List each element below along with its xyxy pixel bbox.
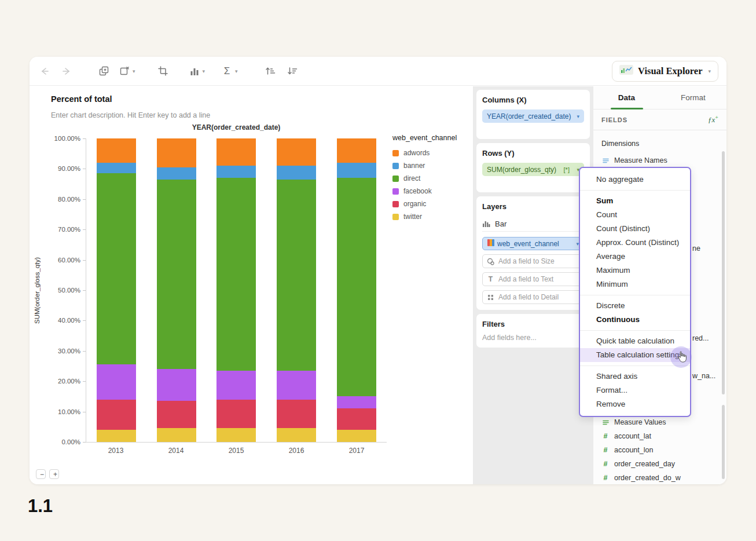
menu-item-sum[interactable]: Sum	[580, 194, 690, 208]
chart-title[interactable]: Percent of total	[51, 94, 112, 104]
measures-scrollbar[interactable]	[722, 405, 725, 479]
menu-item-no-aggregate[interactable]: No aggregate	[580, 173, 690, 187]
bar-segment-banner[interactable]	[337, 163, 376, 178]
bar-segment-organic[interactable]	[337, 408, 376, 430]
menu-item-count[interactable]: Count	[580, 208, 690, 222]
menu-item-maximum[interactable]: Maximum	[580, 264, 690, 277]
bar-segment-banner[interactable]	[277, 166, 316, 180]
menu-item-approx-count-distinct[interactable]: Approx. Count (Distinct)	[580, 236, 690, 250]
field-item-order-created-do-w[interactable]: #order_created_do_w	[601, 471, 721, 485]
field-peek: ne	[692, 244, 700, 253]
text-dropzone[interactable]: T Add a field to Text	[482, 272, 584, 286]
bar-segment-direct[interactable]	[157, 180, 196, 370]
field-item-measure-names[interactable]: Measure Names	[601, 153, 718, 167]
rows-pill[interactable]: SUM(order_gloss_qty) [*] ▾	[482, 163, 584, 176]
rows-pill-marker: [*]	[564, 166, 570, 173]
menu-item-discrete[interactable]: Discrete	[580, 299, 690, 313]
fields-header: FIELDS ƒx+	[593, 109, 726, 130]
bar-segment-facebook[interactable]	[216, 371, 256, 400]
bar-segment-twitter[interactable]	[216, 428, 256, 442]
bar-segment-organic[interactable]	[157, 401, 196, 428]
chart-type-caret-icon[interactable]: ▾	[203, 68, 205, 74]
rows-shelf-title: Rows (Y)	[482, 149, 584, 158]
zoom-in-button[interactable]: +	[49, 469, 59, 479]
legend-item-twitter[interactable]: twitter	[392, 213, 471, 221]
bar-2016	[277, 138, 316, 442]
layer-color-pill[interactable]: web_event_channel ▾	[482, 237, 584, 250]
menu-item-remove[interactable]: Remove	[580, 397, 690, 411]
y-tick-label: 30.00%	[58, 348, 80, 354]
workbook-switcher[interactable]: Visual Explorer ▾	[612, 61, 718, 82]
aggregate-caret-icon[interactable]: ▾	[235, 68, 238, 74]
menu-item-quick-table-calculation[interactable]: Quick table calculation	[580, 334, 690, 348]
legend-item-facebook[interactable]: facebook	[392, 187, 471, 195]
x-axis-ticks: 20132014201520162017	[86, 447, 387, 455]
bar-segment-organic[interactable]	[97, 400, 136, 430]
nav-forward-icon[interactable]	[60, 64, 74, 78]
bar-segment-direct[interactable]	[97, 173, 136, 364]
brand-caret-icon[interactable]: ▾	[708, 68, 711, 74]
legend-item-banner[interactable]: banner	[392, 162, 471, 170]
bar-segment-twitter[interactable]	[337, 430, 376, 442]
legend-swatch	[392, 163, 399, 169]
visual-explorer-logo-icon	[619, 65, 633, 77]
duplicate-viz-icon[interactable]	[97, 64, 111, 78]
menu-item-continuous[interactable]: Continuous	[580, 313, 690, 327]
legend-item-direct[interactable]: direct	[392, 174, 471, 182]
tab-format[interactable]: Format	[660, 86, 726, 109]
remove-viz-caret-icon[interactable]: ▾	[133, 68, 135, 74]
bar-segment-banner[interactable]	[97, 163, 136, 173]
bar-segment-facebook[interactable]	[277, 371, 316, 400]
bar-segment-twitter[interactable]	[157, 428, 196, 442]
bar-segment-facebook[interactable]	[337, 396, 376, 408]
tab-data[interactable]: Data	[593, 86, 660, 109]
columns-pill[interactable]: YEAR(order_created_date) ▾	[482, 109, 584, 123]
bar-segment-organic[interactable]	[277, 400, 316, 429]
aggregate-sigma-icon[interactable]: Σ	[220, 64, 234, 78]
bar-segment-adwords[interactable]	[157, 138, 196, 167]
number-field-icon: #	[601, 432, 610, 440]
sort-ascending-icon[interactable]	[263, 64, 277, 78]
bar-segment-direct[interactable]	[277, 180, 316, 371]
bar-segment-adwords[interactable]	[97, 138, 136, 163]
menu-item-minimum[interactable]: Minimum	[580, 277, 690, 291]
bar-segment-twitter[interactable]	[277, 428, 316, 442]
bar-segment-adwords[interactable]	[216, 138, 256, 166]
filters-shelf[interactable]: Filters Add fields here...	[476, 314, 590, 348]
bar-segment-adwords[interactable]	[277, 138, 316, 166]
bar-segment-adwords[interactable]	[337, 138, 376, 163]
field-item-account-lat[interactable]: #account_lat	[601, 429, 721, 443]
columns-pill-caret-icon[interactable]: ▾	[577, 114, 579, 119]
bar-segment-facebook[interactable]	[157, 369, 196, 401]
menu-item-average[interactable]: Average	[580, 250, 690, 264]
legend-item-adwords[interactable]: adwords	[392, 149, 471, 157]
legend-label: facebook	[403, 187, 432, 195]
field-item-account-lon[interactable]: #account_lon	[601, 443, 721, 457]
menu-item-format[interactable]: Format...	[580, 383, 690, 397]
bar-segment-organic[interactable]	[216, 400, 256, 429]
zoom-out-button[interactable]: −	[36, 469, 46, 479]
menu-item-shared-axis[interactable]: Shared axis	[580, 370, 690, 383]
menu-item-count-distinct[interactable]: Count (Distinct)	[580, 222, 690, 236]
swap-axes-icon[interactable]	[156, 64, 170, 78]
bar-segment-banner[interactable]	[157, 167, 196, 180]
bar-segment-banner[interactable]	[216, 166, 256, 178]
chart-type-icon[interactable]	[188, 64, 201, 78]
size-dropzone[interactable]: Add a field to Size	[482, 254, 584, 268]
brand-name: Visual Explorer	[638, 65, 702, 77]
bar-segment-twitter[interactable]	[97, 430, 136, 442]
bar-segment-direct[interactable]	[337, 178, 376, 396]
legend-item-organic[interactable]: organic	[392, 200, 471, 208]
fields-scrollbar[interactable]	[722, 151, 725, 394]
bar-segment-direct[interactable]	[216, 178, 256, 371]
field-item-order-created-day[interactable]: #order_created_day	[601, 457, 721, 471]
add-calculated-field-icon[interactable]: ƒx+	[708, 114, 718, 125]
sort-descending-icon[interactable]	[285, 64, 299, 78]
remove-viz-icon[interactable]	[118, 64, 131, 78]
chart-description-placeholder[interactable]: Enter chart description. Hit Enter key t…	[51, 111, 210, 119]
nav-back-icon[interactable]	[38, 64, 52, 78]
bar-segment-facebook[interactable]	[97, 364, 136, 399]
mark-type-row[interactable]: Bar	[482, 216, 584, 232]
detail-dropzone[interactable]: Add a field to Detail	[482, 290, 584, 304]
field-item-measure-values[interactable]: Measure Values	[601, 415, 721, 429]
